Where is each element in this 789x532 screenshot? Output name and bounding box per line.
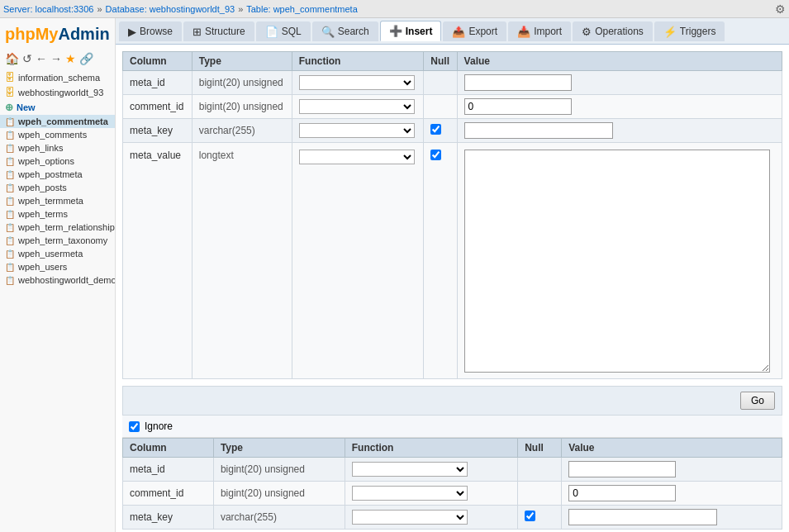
function-cell-meta-id-2 [345, 458, 517, 482]
null-checkbox-meta-key-2[interactable] [525, 511, 535, 521]
null-cell-meta-value [424, 143, 457, 379]
table-row: meta_id bigint(20) unsigned [123, 458, 782, 482]
tab-export[interactable]: 📤 Export [443, 21, 506, 41]
column-name-meta-id-2: meta_id [123, 458, 214, 482]
refresh-icon[interactable]: ↺ [22, 52, 32, 65]
value-cell-meta-id [457, 71, 782, 95]
db-icon: 🗄 [5, 72, 15, 83]
table-row: comment_id bigint(20) unsigned [123, 482, 782, 506]
tab-structure[interactable]: ⊞ Structure [183, 21, 254, 41]
null-cell-comment-id [424, 95, 457, 119]
ignore-checkbox[interactable] [129, 421, 140, 432]
function-select-comment-id[interactable] [299, 99, 415, 114]
forward-icon[interactable]: → [50, 52, 62, 65]
column-type-meta-key-2: varchar(255) [213, 506, 345, 530]
sidebar-item-webhostingworldt[interactable]: 🗄 webhostingworldt_93 [0, 85, 115, 100]
null-checkbox-meta-value[interactable] [430, 150, 441, 160]
db-icon2: 🗄 [5, 87, 15, 98]
value-input-meta-id[interactable] [464, 74, 572, 91]
col-header-function: Function [292, 52, 424, 71]
value-input-comment-id-2[interactable] [568, 485, 676, 501]
go-bar: Go [122, 386, 782, 416]
go-button[interactable]: Go [740, 392, 775, 410]
null-cell-comment-id-2 [518, 482, 562, 506]
column-type-comment-id: bigint(20) unsigned [192, 95, 292, 119]
null-checkbox-meta-key[interactable] [430, 124, 441, 135]
tab-operations[interactable]: ⚙ Operations [573, 21, 653, 41]
column-type-meta-value: longtext [192, 143, 292, 379]
function-select-meta-key[interactable] [299, 123, 415, 138]
sidebar-item-wpeh-terms[interactable]: 📋 wpeh_terms [0, 207, 115, 221]
null-cell-meta-id [424, 71, 457, 95]
database-link[interactable]: Database: webhostingworldt_93 [106, 4, 235, 14]
value-input-meta-key-2[interactable] [568, 509, 717, 525]
value-input-meta-id-2[interactable] [568, 461, 676, 477]
table-icon: 📋 [5, 236, 15, 245]
function-select-meta-id-2[interactable] [352, 462, 468, 477]
browse-icon: ▶ [128, 26, 136, 38]
tab-insert[interactable]: ➕ Insert [380, 21, 442, 41]
table-icon: 📋 [5, 210, 15, 219]
sidebar-item-wpeh-links[interactable]: 📋 wpeh_links [0, 141, 115, 154]
sidebar-item-wpeh-termmeta[interactable]: 📋 wpeh_termmeta [0, 194, 115, 207]
tab-search[interactable]: 🔍 Search [312, 21, 378, 41]
sidebar-item-wpeh-term-relationships[interactable]: 📋 wpeh_term_relationships [0, 221, 115, 234]
value-input-comment-id[interactable] [464, 98, 572, 115]
triggers-icon: ⚡ [663, 26, 677, 38]
insert-section-1: Column Type Function Null Value meta_id … [122, 51, 782, 379]
table-icon: 📋 [5, 249, 15, 259]
table-row: comment_id bigint(20) unsigned [123, 95, 782, 119]
tab-import[interactable]: 📥 Import [508, 21, 571, 41]
column-name-comment-id: comment_id [123, 95, 192, 119]
link-icon[interactable]: 🔗 [79, 52, 93, 65]
function-cell-meta-key [292, 119, 424, 143]
tab-triggers[interactable]: ⚡ Triggers [654, 21, 725, 41]
function-select-comment-id-2[interactable] [352, 486, 468, 501]
sidebar-item-new[interactable]: ⊕ New [0, 100, 115, 115]
operations-icon: ⚙ [582, 26, 592, 38]
sidebar-item-wpeh-options[interactable]: 📋 wpeh_options [0, 154, 115, 168]
function-select-meta-id[interactable] [299, 75, 415, 90]
column-type-comment-id-2: bigint(20) unsigned [213, 482, 345, 506]
logo: phpMyAdmin [0, 21, 115, 50]
tab-sql[interactable]: 📄 SQL [256, 21, 311, 41]
value-textarea-meta-value[interactable] [464, 150, 770, 373]
value-cell-meta-id-2 [562, 458, 782, 482]
function-select-meta-value[interactable] [299, 150, 415, 164]
sidebar-item-wpeh-term-taxonomy[interactable]: 📋 wpeh_term_taxonomy [0, 234, 115, 247]
table-row: meta_key varchar(255) [123, 119, 782, 143]
topbar: Server: localhost:3306 » Database: webho… [0, 0, 789, 18]
sidebar-item-wpeh-usermeta[interactable]: 📋 wpeh_usermeta [0, 247, 115, 260]
null-cell-meta-key [424, 119, 457, 143]
sidebar-item-wpeh-postmeta[interactable]: 📋 wpeh_postmeta [0, 168, 115, 181]
col-header-type-2: Type [213, 439, 345, 458]
column-name-meta-key: meta_key [123, 119, 192, 143]
sidebar: phpMyAdmin 🏠 ↺ ← → ★ 🔗 🗄 information_sch… [0, 18, 116, 532]
sidebar-item-wpeh-comments[interactable]: 📋 wpeh_comments [0, 128, 115, 141]
col-header-function-2: Function [345, 439, 517, 458]
function-select-meta-key-2[interactable] [352, 510, 468, 525]
table-link[interactable]: Table: wpeh_commentmeta [246, 4, 358, 14]
col-header-value: Value [457, 52, 782, 71]
table-icon: 📋 [5, 144, 15, 153]
insert-icon: ➕ [389, 25, 402, 37]
table-icon: 📋 [5, 131, 15, 140]
home-icon[interactable]: 🏠 [5, 52, 19, 65]
tab-browse[interactable]: ▶ Browse [119, 21, 182, 41]
back-icon[interactable]: ← [36, 52, 47, 65]
sidebar-item-webhostingworldt-demodb[interactable]: 📋 webhostingworldt_demodb [0, 273, 115, 287]
insert-table-1: Column Type Function Null Value meta_id … [122, 51, 782, 379]
insert-section-2: Column Type Function Null Value meta_id … [122, 438, 782, 530]
server-link[interactable]: Server: localhost:3306 [3, 4, 93, 14]
star-icon[interactable]: ★ [65, 52, 76, 65]
gear-icon[interactable]: ⚙ [775, 2, 786, 16]
sidebar-item-information-schema[interactable]: 🗄 information_schema [0, 70, 115, 85]
sidebar-item-wpeh-posts[interactable]: 📋 wpeh_posts [0, 181, 115, 194]
col-header-value-2: Value [562, 439, 782, 458]
col-header-column-2: Column [123, 439, 214, 458]
value-input-meta-key[interactable] [464, 122, 613, 139]
sidebar-item-wpeh-commentmeta[interactable]: 📋 wpeh_commentmeta [0, 115, 115, 128]
sidebar-item-wpeh-users[interactable]: 📋 wpeh_users [0, 260, 115, 273]
value-cell-comment-id [457, 95, 782, 119]
table-icon: 📋 [5, 197, 15, 206]
